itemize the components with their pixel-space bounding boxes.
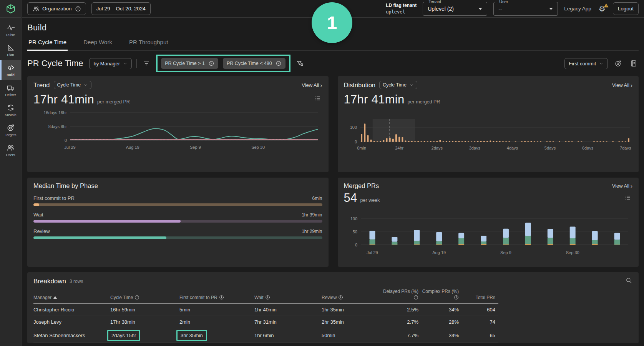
value-cell: 16hr 59min bbox=[110, 304, 179, 316]
table-row[interactable]: Stefan Schoenmackers2days 15hr3hr 35min1… bbox=[33, 328, 498, 343]
ld-flag-value: uplevel bbox=[386, 9, 417, 15]
svg-text:2days: 2days bbox=[431, 146, 443, 150]
date-range-button[interactable]: Jul 29 – Oct 20, 2024 bbox=[91, 2, 151, 15]
value-cell: 28% bbox=[422, 316, 462, 328]
sidebar-item-sustain[interactable]: Sustain bbox=[0, 100, 21, 120]
svg-text:16days 16hr: 16days 16hr bbox=[43, 110, 67, 115]
view-all-label: View All bbox=[302, 82, 319, 88]
tab-deep-work[interactable]: Deep Work bbox=[82, 39, 113, 51]
logout-button[interactable]: Logout bbox=[613, 2, 639, 15]
trend-view-all-link[interactable]: View All› bbox=[302, 82, 322, 88]
value-cell: 65 bbox=[462, 328, 498, 343]
date-range-label: Jul 29 – Oct 20, 2024 bbox=[96, 6, 146, 12]
main-content: Build PR Cycle Time Deep Work PR Through… bbox=[22, 23, 644, 343]
sidebar-item-deliver[interactable]: Deliver bbox=[0, 80, 21, 100]
distribution-metric-dropdown[interactable]: Cycle Time bbox=[379, 81, 417, 89]
sidebar-item-build[interactable]: Build bbox=[0, 60, 21, 80]
column-header[interactable]: Cycle Time bbox=[110, 288, 179, 304]
clear-filters-button[interactable] bbox=[295, 58, 305, 68]
sidebar-item-pulse[interactable]: Pulse bbox=[0, 20, 21, 40]
distribution-metric-value: Cycle Time bbox=[383, 82, 407, 88]
distribution-view-all-link[interactable]: View All› bbox=[612, 82, 632, 88]
phase-label: First commit to PR bbox=[33, 195, 75, 201]
info-icon bbox=[75, 6, 81, 12]
view-all-label: View All bbox=[612, 82, 629, 88]
search-button[interactable] bbox=[625, 277, 632, 286]
phase-value: 1hr 29min bbox=[302, 229, 322, 234]
tenant-select-value: Uplevel (2) bbox=[428, 6, 454, 12]
column-header[interactable]: Complex PRs (%) bbox=[422, 288, 462, 304]
chevron-right-icon: › bbox=[320, 82, 322, 88]
value-cell: 1hr 35min bbox=[322, 304, 377, 316]
people-icon bbox=[7, 143, 15, 152]
target-arrow-icon bbox=[614, 60, 622, 67]
table-row[interactable]: Christopher Riccio16hr 59min5min1hr 40mi… bbox=[33, 304, 498, 316]
trend-metric-value: Cycle Time bbox=[57, 82, 81, 88]
filter-chip-cycle-time-lt[interactable]: PR Cycle Time < 480 bbox=[223, 58, 285, 69]
pulse-icon bbox=[7, 23, 15, 32]
app-logo[interactable] bbox=[0, 0, 21, 18]
remove-filter-icon[interactable] bbox=[208, 60, 214, 67]
trend-metric-big: 17hr 41min bbox=[33, 93, 94, 106]
value-cell: 7.7% bbox=[377, 328, 422, 343]
target-icon bbox=[7, 123, 15, 132]
merged-prs-card: Merged PRs View All› 54 per week 100500J… bbox=[338, 178, 639, 267]
trend-metric-suffix: per merged PR bbox=[97, 99, 130, 105]
svg-text:8days 8hr: 8days 8hr bbox=[48, 124, 67, 129]
column-header[interactable]: Manager bbox=[33, 288, 110, 304]
column-header[interactable]: Wait bbox=[254, 288, 322, 304]
svg-text:Sep 30: Sep 30 bbox=[251, 145, 265, 150]
annotation-cell-highlight: 3hr 35min bbox=[176, 330, 207, 341]
notebook-icon bbox=[630, 60, 637, 67]
chevron-down-icon bbox=[409, 83, 414, 87]
value-cell: 2hr 35min bbox=[322, 316, 377, 328]
trend-metric-dropdown[interactable]: Cycle Time bbox=[54, 81, 92, 89]
value-cell: 5min bbox=[179, 304, 254, 316]
commit-mode-dropdown[interactable]: First commit bbox=[564, 58, 608, 69]
annotation-step-circle: 1 bbox=[312, 2, 352, 43]
value-cell: 2min bbox=[179, 316, 254, 328]
table-row[interactable]: Joseph Levy17hr 38min2min7hr 31min2hr 35… bbox=[33, 316, 498, 328]
sidebar-item-targets[interactable]: Targets bbox=[0, 120, 21, 140]
sidebar-item-users[interactable]: Users bbox=[0, 140, 21, 160]
tab-pr-cycle-time[interactable]: PR Cycle Time bbox=[27, 39, 68, 51]
tenant-select-label: Tenant bbox=[427, 0, 443, 4]
merged-prs-view-as-list-button[interactable] bbox=[623, 193, 632, 202]
annotation-step-number: 1 bbox=[327, 12, 337, 33]
filter-chip-cycle-time-gt[interactable]: PR Cycle Time > 1 bbox=[161, 58, 218, 69]
legacy-app-link[interactable]: Legacy App bbox=[564, 6, 591, 12]
column-header[interactable]: Review bbox=[322, 288, 377, 304]
user-select-label: User bbox=[497, 0, 510, 4]
filter-button[interactable] bbox=[141, 58, 151, 68]
user-select[interactable]: User -- bbox=[493, 2, 558, 16]
distribution-metric-suffix: per merged PR bbox=[408, 99, 440, 105]
remove-filter-icon[interactable] bbox=[276, 60, 282, 67]
sidebar-item-label: Sustain bbox=[5, 113, 16, 117]
manager-cell: Christopher Riccio bbox=[33, 304, 110, 316]
organization-button[interactable]: Organization bbox=[27, 2, 86, 15]
tenant-select[interactable]: Tenant Uplevel (2) bbox=[423, 2, 487, 16]
value-cell: 2.5% bbox=[377, 304, 422, 316]
breakdown-card: Breakdown 3 rows ManagerCycle TimeFirst … bbox=[27, 272, 639, 343]
svg-text:0: 0 bbox=[355, 243, 357, 247]
sidebar-item-plan[interactable]: Plan bbox=[0, 40, 21, 60]
median-phase-row: Wait1hr 39min bbox=[33, 212, 322, 223]
tab-pr-throughput[interactable]: PR Throughput bbox=[128, 39, 169, 51]
merged-prs-view-all-link[interactable]: View All› bbox=[612, 183, 632, 189]
trend-view-as-list-button[interactable] bbox=[313, 94, 322, 103]
svg-text:7days: 7days bbox=[620, 146, 631, 150]
svg-text:100: 100 bbox=[350, 125, 357, 130]
report-notebook-button[interactable] bbox=[629, 58, 639, 68]
sidebar-item-label: Plan bbox=[7, 53, 14, 57]
phase-label: Wait bbox=[33, 212, 43, 218]
merged-prs-value: 54 bbox=[344, 191, 357, 205]
column-header[interactable]: Total PRs bbox=[462, 288, 498, 304]
group-by-dropdown[interactable]: by Manager bbox=[89, 58, 132, 69]
column-header[interactable]: First commit to PR bbox=[179, 288, 254, 304]
breakdown-title: Breakdown bbox=[33, 278, 66, 285]
chevron-down-icon bbox=[599, 61, 604, 66]
column-header[interactable]: Delayed PRs (%) bbox=[377, 288, 422, 304]
settings-button[interactable]: ⚙ bbox=[598, 4, 607, 13]
phase-bar-fill bbox=[33, 203, 39, 206]
targets-shortcut-button[interactable] bbox=[613, 58, 623, 68]
